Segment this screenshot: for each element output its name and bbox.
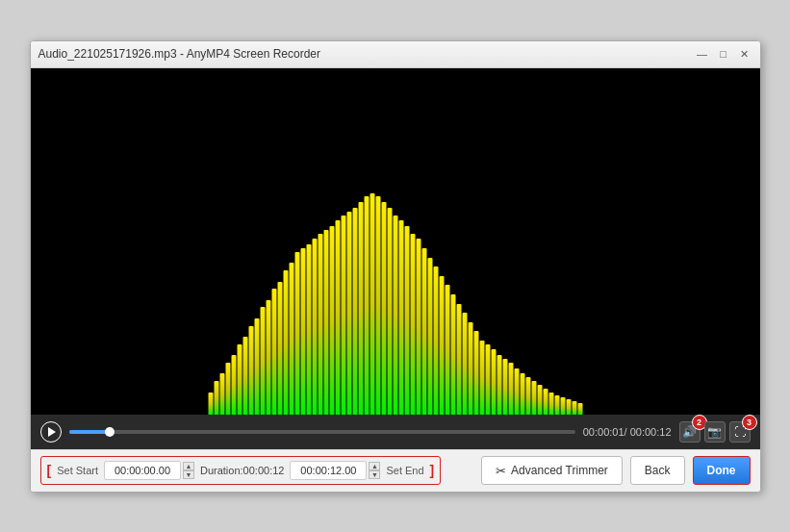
end-time-group: ▲ ▼	[290, 461, 380, 480]
waveform-bar	[306, 244, 311, 414]
play-icon	[48, 427, 56, 437]
waveform-bar	[329, 226, 334, 415]
waveform-bar	[364, 196, 369, 414]
media-display	[31, 68, 760, 415]
play-button[interactable]	[40, 421, 62, 443]
media-controls: 🔊 2 📷 ⛶ 3	[679, 421, 751, 443]
waveform-bar	[427, 258, 432, 415]
start-time-group: ▲ ▼	[104, 461, 194, 480]
start-time-down[interactable]: ▼	[183, 470, 194, 479]
waveform-bar	[462, 313, 467, 414]
waveform-bar	[341, 215, 345, 415]
waveform-bar	[560, 397, 565, 414]
waveform-bar	[300, 248, 305, 415]
end-time-up[interactable]: ▲	[369, 462, 380, 470]
waveform-bar	[421, 248, 426, 415]
app-window: Audio_221025171926.mp3 - AnyMP4 Screen R…	[30, 40, 761, 493]
advanced-trimmer-label: Advanced Trimmer	[511, 464, 608, 477]
waveform-bar	[352, 208, 357, 415]
back-button[interactable]: Back	[630, 456, 685, 485]
waveform-bar	[537, 385, 542, 415]
waveform-bar	[502, 359, 507, 415]
minimize-button[interactable]: —	[695, 46, 710, 62]
end-time-spinner: ▲ ▼	[369, 462, 380, 479]
waveform-bar	[271, 289, 276, 414]
waveform-bar	[242, 337, 247, 415]
waveform-bar	[237, 344, 242, 415]
fullscreen-button[interactable]: ⛶ 3	[729, 421, 751, 443]
waveform-bar	[491, 349, 496, 414]
waveform-bar	[225, 363, 230, 415]
waveform-bar	[335, 220, 340, 414]
seekbar-progress	[69, 430, 110, 434]
waveform-bar	[283, 270, 288, 415]
waveform-bar	[497, 355, 501, 414]
maximize-button[interactable]: □	[716, 46, 731, 62]
waveform-bar	[439, 276, 444, 415]
seekbar-track[interactable]	[69, 430, 575, 434]
end-time-input[interactable]	[290, 461, 367, 480]
waveform-bar	[254, 318, 259, 415]
bracket-open: [	[47, 463, 52, 478]
waveform-bar	[312, 239, 317, 414]
controls-bar: [ Set Start ▲ ▼ Duration:00:00:12 ▲ ▼ Se…	[31, 449, 760, 492]
waveform-bar	[266, 300, 270, 415]
waveform-bar	[248, 326, 253, 415]
scissors-icon: ✂	[496, 464, 506, 478]
waveform-bar	[398, 220, 403, 414]
seekbar-area: 00:00:01/ 00:00:12 🔊 2 📷 ⛶ 3	[31, 415, 760, 449]
waveform-bar	[294, 252, 299, 415]
waveform-bar	[410, 234, 415, 415]
screenshot-button[interactable]: 📷	[704, 421, 726, 443]
waveform-bar	[577, 403, 582, 415]
advanced-trimmer-button[interactable]: ✂ Advanced Trimmer	[481, 456, 623, 485]
waveform-bar	[473, 331, 478, 414]
waveform-bar	[485, 344, 490, 415]
waveform-bar	[346, 212, 351, 415]
waveform-bar	[208, 393, 213, 415]
window-controls: — □ ✕	[695, 46, 752, 62]
start-time-up[interactable]: ▲	[183, 462, 194, 470]
fullscreen-badge: 3	[742, 415, 757, 430]
trim-section: [ Set Start ▲ ▼ Duration:00:00:12 ▲ ▼ Se…	[40, 456, 442, 485]
titlebar: Audio_221025171926.mp3 - AnyMP4 Screen R…	[31, 41, 760, 68]
done-button[interactable]: Done	[693, 456, 751, 485]
waveform-bar	[375, 196, 380, 414]
waveform-bar	[479, 341, 484, 415]
start-time-input[interactable]	[104, 461, 181, 480]
window-title: Audio_221025171926.mp3 - AnyMP4 Screen R…	[38, 47, 695, 61]
waveform-display	[208, 165, 582, 415]
waveform-bar	[358, 202, 363, 414]
waveform-bar	[468, 322, 472, 415]
waveform-bar	[381, 202, 386, 414]
waveform-bar	[520, 373, 524, 414]
bracket-close: ]	[430, 463, 435, 478]
waveform-bar	[219, 373, 224, 414]
waveform-bar	[525, 377, 530, 414]
waveform-bar	[543, 389, 548, 415]
waveform-bar	[508, 363, 513, 415]
set-end-button[interactable]: Set End	[386, 465, 423, 476]
waveform-bar	[323, 230, 328, 415]
close-button[interactable]: ✕	[737, 46, 752, 62]
end-time-down[interactable]: ▼	[369, 470, 380, 479]
waveform-bar	[433, 266, 438, 414]
waveform-bar	[445, 285, 449, 414]
volume-button[interactable]: 🔊 2	[679, 421, 701, 443]
waveform-bar	[370, 193, 374, 415]
waveform-bar	[318, 234, 322, 415]
waveform-bar	[231, 355, 236, 414]
waveform-bar	[531, 381, 536, 415]
time-display: 00:00:01/ 00:00:12	[583, 426, 672, 438]
waveform-bar	[572, 401, 576, 414]
set-start-button[interactable]: Set Start	[57, 465, 98, 476]
duration-label: Duration:00:00:12	[200, 465, 284, 476]
start-time-spinner: ▲ ▼	[183, 462, 194, 479]
seekbar-thumb[interactable]	[105, 427, 115, 437]
waveform-bar	[514, 368, 519, 415]
waveform-bar	[289, 263, 293, 414]
waveform-bar	[404, 226, 409, 415]
waveform-bar	[456, 304, 461, 415]
waveform-bar	[277, 282, 282, 415]
waveform-bar	[393, 215, 397, 415]
